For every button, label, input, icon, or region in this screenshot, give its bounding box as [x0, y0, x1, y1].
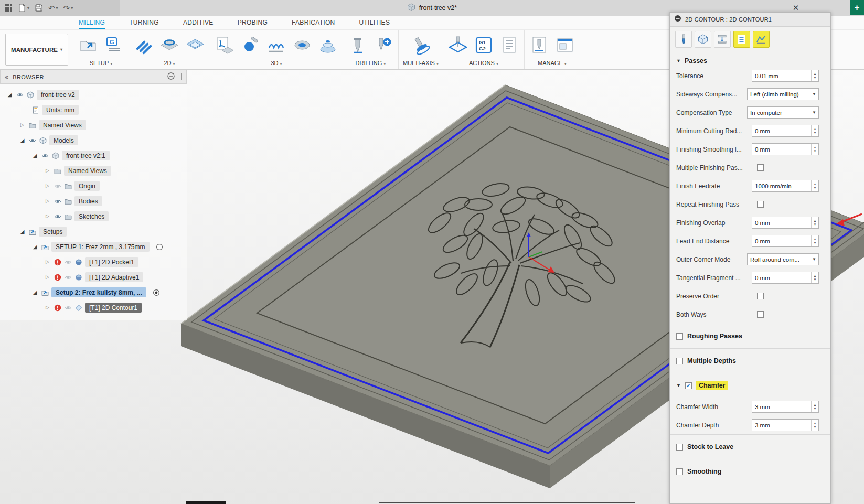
browser-item-origin[interactable]: ▷Origin [0, 178, 187, 194]
triangle-expanded-icon[interactable]: ◢ [19, 138, 26, 143]
eye-hidden-icon[interactable] [64, 273, 72, 281]
tab-fabrication[interactable]: FABRICATION [292, 19, 335, 29]
app-grid-icon[interactable] [4, 4, 13, 12]
spinner-arrows-icon[interactable]: ▲▼ [811, 180, 818, 191]
section-header-chamfer[interactable]: ▼✓Chamfer [670, 373, 830, 398]
triangle-collapsed-icon[interactable]: ▷ [44, 275, 51, 280]
triangle-collapsed-icon[interactable]: ▷ [19, 123, 26, 127]
new-document-icon[interactable]: ▾ [18, 4, 29, 12]
preserve-order-checkbox[interactable] [757, 293, 764, 299]
collapse-dialog-icon[interactable] [674, 15, 681, 24]
post-g-icon[interactable]: G [103, 35, 124, 56]
spinner-arrows-icon[interactable]: ▲▼ [811, 235, 818, 246]
redo-icon[interactable]: ↷▾ [63, 4, 73, 12]
drill-icon[interactable] [347, 35, 368, 56]
triangle-expanded-icon[interactable]: ◢ [6, 92, 13, 98]
eye-visible-icon[interactable] [41, 152, 49, 159]
group-label-drilling[interactable]: DRILLING▾ [347, 59, 394, 69]
triangle-collapsed-icon[interactable]: ▷ [44, 184, 51, 188]
finish-feedrate-input[interactable]: 1000 mm/min▲▼ [752, 180, 819, 192]
triangle-collapsed-icon[interactable]: ▷ [44, 199, 51, 203]
adaptive-3d-icon[interactable] [215, 35, 236, 56]
active-setup-radio-off-icon[interactable] [156, 243, 163, 251]
group-label-actions[interactable]: ACTIONS▾ [447, 59, 520, 69]
simulate-icon[interactable] [447, 35, 468, 56]
group-label-manage[interactable]: MANAGE▾ [529, 59, 575, 69]
face-2d-icon[interactable] [159, 35, 180, 56]
spinner-arrows-icon[interactable]: ▲▼ [811, 125, 818, 136]
spinner-arrows-icon[interactable]: ▲▼ [811, 217, 818, 228]
compensation-type-select[interactable]: In computer▼ [747, 106, 819, 119]
parallel-3d-icon[interactable] [266, 35, 287, 56]
tolerance-input[interactable]: 0.01 mm▲▼ [752, 70, 819, 82]
browser-item-setup-2-frez-kulisty-8mm[interactable]: ◢Setup 2: Frez kulisty 8mm, ... [0, 285, 187, 300]
dialog-tab-heights[interactable] [714, 31, 731, 48]
browser-item-setup-1-frez-2mm-3-175mm[interactable]: ◢SETUP 1: Frez 2mm , 3.175mm [0, 239, 187, 254]
dialog-tab-geometry[interactable] [695, 31, 711, 48]
section-header-multiple-depths[interactable]: Multiple Depths [670, 349, 830, 373]
sideways-compens-select[interactable]: Left (climb milling)▼ [747, 88, 819, 100]
group-label-setup[interactable]: SETUP▾ [78, 59, 124, 69]
minimum-cutting-rad-input[interactable]: 0 mm▲▼ [752, 125, 819, 137]
sheet-icon[interactable] [499, 35, 520, 56]
active-setup-radio-on-icon[interactable] [153, 289, 160, 296]
finishing-overlap-input[interactable]: 0 mm▲▼ [752, 217, 819, 229]
save-icon[interactable] [35, 4, 43, 12]
triangle-collapsed-icon[interactable]: ▷ [44, 260, 51, 264]
tab-turning[interactable]: TURNING [129, 19, 159, 29]
eye-visible-icon[interactable] [54, 197, 61, 205]
bore-3d-icon[interactable] [292, 35, 313, 56]
tab-additive[interactable]: ADDITIVE [183, 19, 214, 29]
tab-utilities[interactable]: UTILITIES [359, 19, 390, 29]
dialog-header[interactable]: 2D CONTOUR : 2D CONTOUR1 [670, 13, 830, 27]
wrench-3d-icon[interactable] [240, 35, 261, 56]
eye-visible-icon[interactable] [54, 212, 61, 220]
chamfer-depth-input[interactable]: 3 mm▲▼ [752, 419, 819, 431]
triangle-expanded-icon[interactable]: ◢ [31, 290, 38, 295]
browser-item-t1-2d-adaptive1[interactable]: ▷[T1] 2D Adaptive1 [0, 270, 187, 285]
both-ways-checkbox[interactable] [757, 311, 764, 318]
eye-hidden-icon[interactable] [64, 258, 72, 266]
pocket-2d-icon[interactable] [185, 35, 206, 56]
repeat-finishing-pass-checkbox[interactable] [757, 201, 764, 208]
group-label-3d[interactable]: 3D▾ [215, 59, 338, 69]
triangle-collapsed-icon[interactable]: ▷ [44, 214, 51, 219]
browser-header[interactable]: « BROWSER [0, 70, 187, 84]
collapse-circle-icon[interactable] [167, 72, 175, 82]
tab-milling[interactable]: MILLING [79, 19, 105, 29]
browser-item-named-views[interactable]: ▷Named Views [0, 163, 187, 178]
panel-grip[interactable] [181, 73, 182, 80]
spinner-arrows-icon[interactable]: ▲▼ [811, 420, 818, 431]
section-header-smoothing[interactable]: Smoothing [670, 459, 830, 484]
task-win-icon[interactable] [554, 35, 575, 56]
g1g2-icon[interactable]: G1G2 [473, 35, 494, 56]
stock-to-leave-checkbox[interactable] [676, 444, 683, 451]
browser-item-named-views[interactable]: ▷Named Views [0, 117, 187, 133]
section-header-roughing-passes[interactable]: Roughing Passes [670, 324, 830, 348]
browser-item-t1-2d-contour1[interactable]: ▷[T1] 2D Contour1 [0, 300, 187, 315]
spinner-arrows-icon[interactable]: ▲▼ [811, 401, 818, 412]
tab-probing[interactable]: PROBING [238, 19, 268, 29]
triangle-expanded-icon[interactable]: ◢ [31, 244, 38, 250]
triangle-collapsed-icon[interactable]: ▷ [44, 168, 51, 173]
finishing-smoothing-l-input[interactable]: 0 mm▲▼ [752, 143, 819, 155]
tool-lib-icon[interactable] [529, 35, 550, 56]
eye-visible-icon[interactable] [16, 91, 24, 99]
spinner-arrows-icon[interactable]: ▲▼ [811, 272, 818, 283]
roughing-passes-checkbox[interactable] [676, 333, 683, 340]
browser-item-bodies[interactable]: ▷Bodies [0, 194, 187, 209]
outer-corner-mode-select[interactable]: Roll around corn...▼ [747, 253, 819, 265]
triangle-expanded-icon[interactable]: ◢ [19, 229, 26, 234]
triangle-collapsed-icon[interactable]: ▷ [44, 305, 51, 310]
chamfer-width-input[interactable]: 3 mm▲▼ [752, 401, 819, 413]
dialog-tab-tool[interactable] [675, 31, 692, 48]
drill-gear-icon[interactable] [373, 35, 394, 56]
eye-visible-icon[interactable] [28, 136, 36, 144]
manufacture-workspace-button[interactable]: MANUFACTURE ▾ [5, 34, 68, 66]
passes-section-header[interactable]: ▼ Passes [670, 53, 830, 67]
lead-end-distance-input[interactable]: 0 mm▲▼ [752, 235, 819, 247]
dialog-tab-passes[interactable] [733, 31, 750, 48]
tangential-fragment-input[interactable]: 0 mm▲▼ [752, 272, 819, 284]
spinner-arrows-icon[interactable]: ▲▼ [811, 144, 818, 155]
setup-folder-icon[interactable] [78, 35, 99, 56]
